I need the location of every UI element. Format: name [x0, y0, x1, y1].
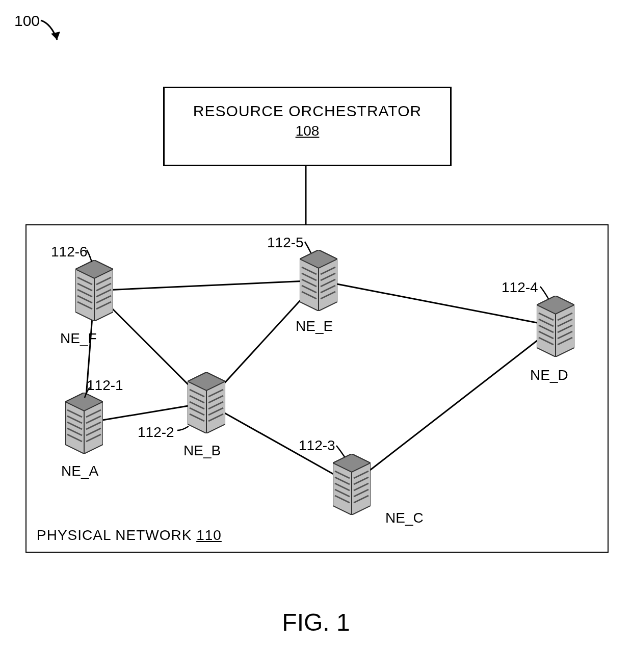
- server-icon: [333, 454, 371, 515]
- system-ref-label: 100: [14, 12, 40, 30]
- node-b-ref: 112-2: [138, 424, 174, 441]
- orchestrator-title: RESOURCE ORCHESTRATOR: [165, 102, 450, 120]
- server-icon: [75, 260, 113, 321]
- node-d-ref: 112-4: [502, 279, 538, 296]
- network-label-text: PHYSICAL NETWORK: [37, 527, 192, 543]
- node-c-name: NE_C: [385, 510, 424, 526]
- node-c-ref: 112-3: [299, 437, 335, 454]
- server-icon: [188, 372, 225, 433]
- node-e-ref: 112-5: [267, 235, 304, 251]
- node-f-ref: 112-6: [51, 244, 88, 260]
- node-a-name: NE_A: [61, 463, 98, 479]
- server-icon: [537, 296, 574, 357]
- node-a-ref: 112-1: [87, 377, 123, 394]
- node-e-name: NE_E: [296, 318, 333, 334]
- node-f-name: NE_F: [60, 330, 97, 347]
- orchestrator-ref: 108: [165, 123, 450, 139]
- node-b-name: NE_B: [183, 443, 221, 459]
- server-icon: [65, 393, 103, 454]
- node-d-name: NE_D: [530, 367, 568, 383]
- svg-marker-0: [51, 32, 60, 40]
- network-title: PHYSICAL NETWORK 110: [37, 527, 222, 544]
- server-icon: [300, 250, 337, 311]
- diagram-canvas: 100 RESOURCE ORCHESTRATOR 108 PHYSICAL N…: [0, 0, 632, 672]
- network-ref: 110: [196, 527, 222, 543]
- figure-caption: FIG. 1: [282, 608, 350, 636]
- resource-orchestrator-box: RESOURCE ORCHESTRATOR 108: [163, 87, 452, 166]
